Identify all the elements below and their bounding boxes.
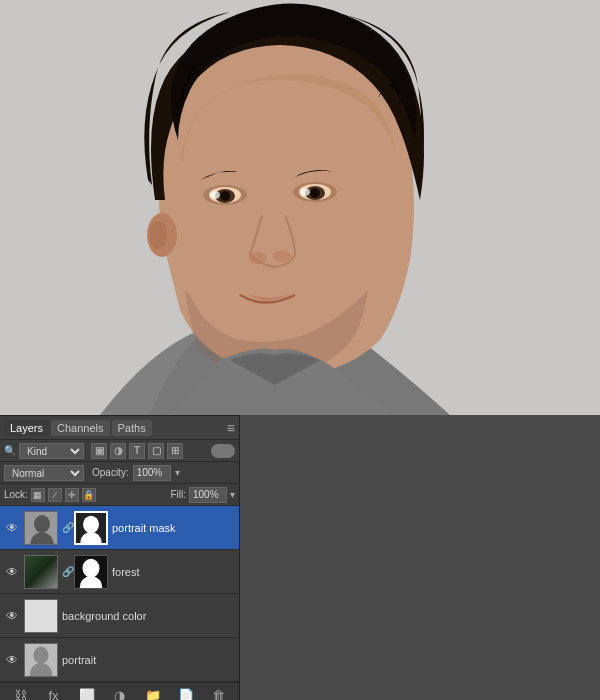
add-adjustment-btn[interactable]: ◑ — [110, 686, 130, 701]
layer-mask-forest — [74, 555, 108, 589]
layer-item-portrait[interactable]: 👁 portrait — [0, 638, 239, 682]
shape-filter-btn[interactable]: ▢ — [148, 443, 164, 459]
svg-point-18 — [34, 515, 50, 533]
svg-point-24 — [33, 646, 48, 663]
layers-tabs: Layers Channels Paths ≡ — [0, 416, 239, 440]
svg-point-9 — [310, 188, 320, 198]
svg-point-12 — [249, 252, 267, 264]
filter-toggle[interactable] — [211, 444, 235, 458]
layer-link-icon: 🔗 — [62, 522, 70, 533]
layer-item-background-color[interactable]: 👁 background color — [0, 594, 239, 638]
layer-name-forest: forest — [112, 566, 235, 578]
canvas-area: www.ps88.com.cn — [0, 0, 600, 415]
layers-panel: Layers Channels Paths ≡ 🔍 Kind ▣ ◑ T ▢ ⊞… — [0, 415, 240, 700]
layer-link-icon-forest: 🔗 — [62, 566, 70, 577]
fill-arrow[interactable]: ▾ — [230, 489, 235, 500]
lock-label: Lock: — [4, 489, 28, 500]
layer-name-portrait-mask: portrait mask — [112, 522, 235, 534]
fill-label: Fill: — [170, 489, 186, 500]
filter-row: 🔍 Kind ▣ ◑ T ▢ ⊞ — [0, 440, 239, 462]
lock-all-btn[interactable]: 🔒 — [82, 488, 96, 502]
svg-point-22 — [83, 558, 100, 577]
smart-filter-btn[interactable]: ⊞ — [167, 443, 183, 459]
text-filter-btn[interactable]: T — [129, 443, 145, 459]
layer-item-portrait-mask[interactable]: 👁 🔗 portrait mask — [0, 506, 239, 550]
lock-brush-btn[interactable]: ∕ — [48, 488, 62, 502]
layer-eye-portrait[interactable]: 👁 — [4, 652, 20, 668]
panel-menu-icon[interactable]: ≡ — [227, 420, 235, 436]
lock-row: Lock: ▦ ∕ ✛ 🔒 Fill: ▾ — [0, 484, 239, 506]
svg-point-15 — [149, 221, 167, 249]
tab-channels[interactable]: Channels — [51, 420, 109, 436]
add-group-btn[interactable]: 📁 — [143, 686, 163, 701]
layer-mask-portrait-mask — [74, 511, 108, 545]
watermark: www.ps88.com.cn — [488, 8, 592, 20]
filter-kind-select[interactable]: Kind — [19, 443, 84, 459]
layer-eye-forest[interactable]: 👁 — [4, 564, 20, 580]
pixel-filter-btn[interactable]: ▣ — [91, 443, 107, 459]
svg-point-13 — [273, 250, 291, 262]
adjustment-filter-btn[interactable]: ◑ — [110, 443, 126, 459]
delete-layer-btn[interactable]: 🗑 — [209, 686, 229, 701]
lock-checkerboard-btn[interactable]: ▦ — [31, 488, 45, 502]
lock-move-btn[interactable]: ✛ — [65, 488, 79, 502]
portrait-image — [0, 0, 600, 415]
blend-opacity-row: Normal Opacity: ▾ — [0, 462, 239, 484]
filter-icons: ▣ ◑ T ▢ ⊞ — [91, 443, 183, 459]
effects-btn[interactable]: fx — [44, 686, 64, 701]
layer-thumb-portrait — [24, 643, 58, 677]
layer-name-portrait: portrait — [62, 654, 235, 666]
layer-eye-background-color[interactable]: 👁 — [4, 608, 20, 624]
link-layers-btn[interactable]: ⛓ — [11, 686, 31, 701]
svg-point-20 — [83, 515, 99, 533]
search-icon: 🔍 — [4, 445, 16, 456]
svg-point-11 — [300, 188, 310, 196]
fill-input[interactable] — [189, 487, 227, 503]
layer-thumb-portrait-mask — [24, 511, 58, 545]
opacity-input[interactable] — [133, 465, 171, 481]
layer-item-forest[interactable]: 👁 🔗 forest — [0, 550, 239, 594]
layer-thumb-background-color — [24, 599, 58, 633]
svg-point-10 — [210, 191, 220, 199]
opacity-label: Opacity: — [92, 467, 129, 478]
add-mask-btn[interactable]: ⬜ — [77, 686, 97, 701]
blend-mode-select[interactable]: Normal — [4, 465, 84, 481]
new-layer-btn[interactable]: 📄 — [176, 686, 196, 701]
layer-eye-portrait-mask[interactable]: 👁 — [4, 520, 20, 536]
layer-thumb-forest — [24, 555, 58, 589]
svg-point-8 — [220, 191, 230, 201]
layer-name-background-color: background color — [62, 610, 235, 622]
tab-paths[interactable]: Paths — [112, 420, 152, 436]
opacity-arrow[interactable]: ▾ — [175, 467, 180, 478]
layers-toolbar: ⛓ fx ⬜ ◑ 📁 📄 🗑 — [0, 682, 239, 700]
tab-layers[interactable]: Layers — [4, 420, 49, 436]
layers-list: 👁 🔗 portrait mask — [0, 506, 239, 682]
